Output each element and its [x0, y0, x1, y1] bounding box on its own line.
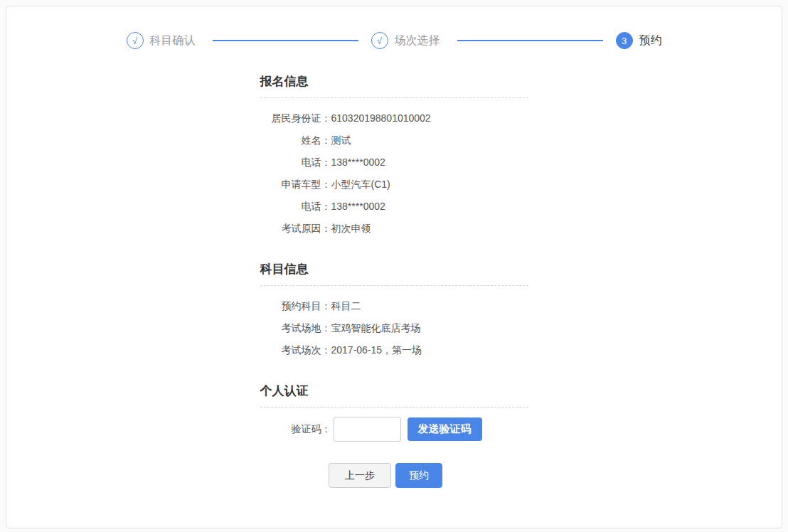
- step-2-label: 场次选择: [395, 33, 440, 48]
- info-row-booked-subject: 预约科目： 科目二: [260, 295, 528, 317]
- registration-info-section: 报名信息 居民身份证： 610320198801010002 姓名： 测试 电话…: [260, 73, 528, 240]
- wizard-stepper: √ 科目确认 √ 场次选择 3 预约: [6, 32, 782, 49]
- step-1-label: 科目确认: [150, 33, 196, 48]
- row-label: 姓名：: [260, 129, 331, 151]
- row-label: 考试场地：: [260, 317, 331, 339]
- dashed-divider: [260, 285, 528, 286]
- row-value: 科目二: [331, 295, 361, 317]
- step-session-select: √ 场次选择: [371, 32, 440, 49]
- send-code-button[interactable]: 发送验证码: [408, 417, 482, 441]
- step-subject-confirm: √ 科目确认: [127, 32, 196, 49]
- action-buttons: 上一步 预约: [260, 463, 511, 488]
- submit-appointment-button[interactable]: 预约: [395, 463, 442, 488]
- stepper-connector: [213, 40, 358, 41]
- back-button[interactable]: 上一步: [329, 463, 391, 488]
- info-row-exam-session: 考试场次： 2017-06-15，第一场: [260, 339, 528, 361]
- info-row-phone: 电话： 138****0002: [260, 151, 528, 174]
- row-value: 138****0002: [331, 196, 385, 218]
- verification-code-input[interactable]: [334, 417, 401, 442]
- row-label: 居民身份证：: [260, 107, 331, 129]
- verification-code-row: 验证码： 发送验证码: [260, 417, 528, 442]
- dashed-divider: [260, 407, 528, 408]
- row-value: 2017-06-15，第一场: [331, 339, 422, 361]
- row-label: 电话：: [260, 196, 331, 218]
- verification-code-label: 验证码：: [260, 423, 331, 436]
- row-label: 考试原因：: [260, 218, 331, 240]
- stepper-connector: [457, 40, 603, 41]
- content-area: 报名信息 居民身份证： 610320198801010002 姓名： 测试 电话…: [260, 73, 528, 488]
- step-1-check-icon: √: [127, 32, 144, 49]
- personal-verification-section: 个人认证 验证码： 发送验证码: [260, 383, 528, 442]
- row-label: 申请车型：: [260, 174, 331, 196]
- row-label: 考试场次：: [260, 339, 331, 361]
- step-2-check-icon: √: [371, 32, 388, 49]
- subject-info-section: 科目信息 预约科目： 科目二 考试场地： 宝鸡智能化底店考场 考试场次： 201…: [260, 261, 528, 361]
- registration-info-title: 报名信息: [260, 73, 528, 90]
- row-value: 宝鸡智能化底店考场: [331, 317, 421, 339]
- info-row-phone-2: 电话： 138****0002: [260, 196, 528, 218]
- info-row-exam-site: 考试场地： 宝鸡智能化底店考场: [260, 317, 528, 339]
- subject-info-title: 科目信息: [260, 261, 528, 277]
- row-value: 初次申领: [331, 218, 371, 240]
- row-value: 测试: [331, 129, 351, 151]
- step-3-label: 预约: [639, 33, 662, 48]
- info-row-vehicle-type: 申请车型： 小型汽车(C1): [260, 174, 528, 196]
- row-value: 610320198801010002: [331, 107, 431, 129]
- info-row-name: 姓名： 测试: [260, 129, 528, 151]
- step-3-number: 3: [616, 32, 633, 49]
- row-label: 电话：: [260, 151, 331, 174]
- appointment-card: √ 科目确认 √ 场次选择 3 预约 报名信息 居民身份证： 610320198…: [6, 6, 782, 528]
- step-appointment: 3 预约: [616, 32, 662, 49]
- personal-verification-title: 个人认证: [260, 383, 528, 399]
- row-label: 预约科目：: [260, 295, 331, 317]
- dashed-divider: [260, 97, 528, 98]
- row-value: 小型汽车(C1): [331, 174, 390, 196]
- info-row-exam-reason: 考试原因： 初次申领: [260, 218, 528, 240]
- row-value: 138****0002: [331, 151, 385, 174]
- info-row-id-card: 居民身份证： 610320198801010002: [260, 107, 528, 129]
